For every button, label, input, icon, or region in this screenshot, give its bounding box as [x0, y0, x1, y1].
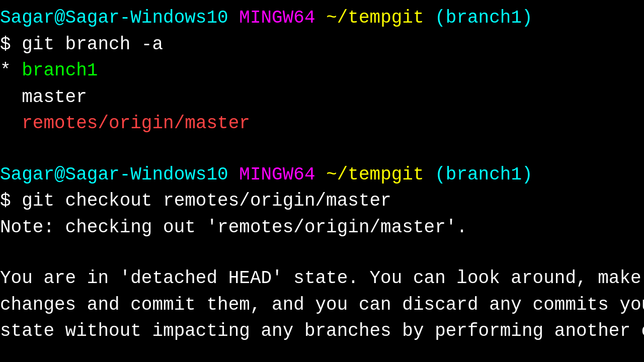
path-2: ~/tempgit — [326, 163, 424, 188]
empty-line-3 — [0, 345, 644, 362]
empty-line-1 — [0, 137, 644, 162]
prompt-line-2: Sagar@Sagar-Windows10 MINGW64 ~/tempgit … — [0, 162, 644, 189]
user-host-2: Sagar@Sagar-Windows10 — [0, 163, 228, 188]
prompt-line-1: Sagar@Sagar-Windows10 MINGW64 ~/tempgit … — [0, 5, 644, 32]
branch-2: (branch1) — [435, 163, 532, 188]
shell-1: MINGW64 — [239, 6, 315, 31]
shell-2: MINGW64 — [239, 163, 315, 188]
info-line-2: changes and commit them, and you can dis… — [0, 292, 644, 319]
branch-remote: remotes/origin/master — [0, 111, 644, 137]
command-line-2: $ git checkout remotes/origin/master — [0, 188, 644, 215]
branch-current: * branch1 — [0, 58, 644, 84]
info-line-3: state without impacting any branches by … — [0, 318, 644, 345]
branch-1: (branch1) — [435, 6, 532, 31]
terminal: Sagar@Sagar-Windows10 MINGW64 ~/tempgit … — [0, 0, 644, 362]
info-line-1: You are in 'detached HEAD' state. You ca… — [0, 265, 644, 292]
note-line: Note: checking out 'remotes/origin/maste… — [0, 215, 644, 241]
path-1: ~/tempgit — [326, 6, 424, 31]
command-line-1: $ git branch -a — [0, 32, 644, 58]
empty-line-2 — [0, 241, 644, 265]
user-host-1: Sagar@Sagar-Windows10 — [0, 6, 228, 31]
branch-master: master — [0, 84, 644, 111]
